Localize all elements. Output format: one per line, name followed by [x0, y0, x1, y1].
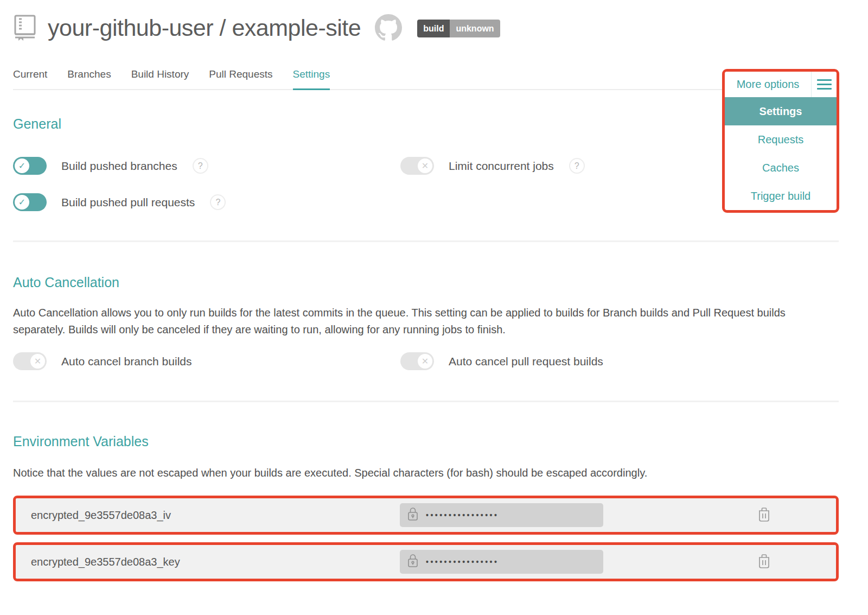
cross-icon: ✕	[418, 158, 432, 173]
general-section-title: General	[13, 116, 839, 132]
masked-value: ••••••••••••••••	[426, 511, 499, 519]
auto-cancel-pull-request-builds-toggle[interactable]: ✕	[400, 352, 434, 370]
toggle-row-auto-cancel-branch: ✕ Auto cancel branch builds	[13, 352, 400, 370]
toggle-row-auto-cancel-pr: ✕ Auto cancel pull request builds	[400, 352, 839, 370]
menu-item-trigger-build[interactable]: Trigger build	[725, 182, 837, 210]
check-icon: ✓	[15, 195, 29, 210]
repo-tabbar: Current Branches Build History Pull Requ…	[13, 68, 839, 90]
env-vars-section-title: Environment Variables	[13, 434, 839, 449]
tab-settings[interactable]: Settings	[293, 68, 330, 90]
toggle-row-build-prs: ✓ Build pushed pull requests ?	[13, 193, 400, 211]
toggle-label: Build pushed branches	[61, 160, 177, 173]
env-vars-notice: Notice that the values are not escaped w…	[13, 465, 800, 481]
toggle-label: Auto cancel pull request builds	[449, 355, 603, 368]
tab-current[interactable]: Current	[13, 68, 47, 89]
build-pushed-branches-toggle[interactable]: ✓	[13, 157, 47, 175]
build-pushed-pull-requests-toggle[interactable]: ✓	[13, 193, 47, 211]
check-icon: ✓	[15, 158, 29, 173]
page-title: your-github-user / example-site	[48, 15, 361, 41]
toggle-row-build-branches: ✓ Build pushed branches ?	[13, 157, 400, 175]
help-icon[interactable]: ?	[569, 158, 585, 174]
menu-item-settings[interactable]: Settings	[725, 97, 837, 125]
masked-value: ••••••••••••••••	[426, 557, 499, 566]
auto-cancel-branch-builds-toggle[interactable]: ✕	[13, 352, 47, 370]
general-toggle-grid: ✓ Build pushed branches ? ✕ Limit concur…	[13, 157, 839, 211]
env-var-row-highlight: encrypted_9e3557de08a3_iv ••••••••••••••…	[13, 496, 839, 535]
repo-book-icon	[13, 14, 37, 43]
help-icon[interactable]: ?	[210, 194, 226, 210]
hamburger-icon[interactable]	[812, 72, 837, 97]
env-var-value-field: ••••••••••••••••	[400, 503, 603, 527]
github-icon[interactable]	[375, 14, 402, 43]
more-options-button[interactable]: More options	[725, 72, 811, 97]
section-divider	[13, 401, 839, 402]
menu-item-caches[interactable]: Caches	[725, 154, 837, 182]
env-var-value-field: ••••••••••••••••	[400, 550, 603, 574]
toggle-label: Auto cancel branch builds	[61, 355, 192, 368]
trash-icon	[757, 553, 771, 571]
toggle-label: Limit concurrent jobs	[449, 160, 554, 173]
lock-icon	[407, 506, 419, 524]
tab-branches[interactable]: Branches	[67, 68, 111, 89]
trash-icon	[757, 506, 771, 524]
delete-env-var-button[interactable]	[757, 553, 771, 571]
env-var-row-highlight: encrypted_9e3557de08a3_key •••••••••••••…	[13, 542, 839, 581]
env-var-name: encrypted_9e3557de08a3_key	[31, 556, 400, 568]
menu-item-requests[interactable]: Requests	[725, 125, 837, 154]
toggle-label: Build pushed pull requests	[61, 196, 195, 209]
auto-cancellation-section-title: Auto Cancellation	[13, 275, 839, 290]
build-status-badge: build unknown	[417, 20, 500, 37]
cross-icon: ✕	[418, 354, 432, 369]
section-divider	[13, 240, 839, 242]
badge-status-value: unknown	[450, 20, 500, 37]
env-var-row: encrypted_9e3557de08a3_key •••••••••••••…	[16, 545, 836, 579]
tab-build-history[interactable]: Build History	[131, 68, 189, 89]
page-header: your-github-user / example-site build un…	[13, 0, 839, 46]
env-var-name: encrypted_9e3557de08a3_iv	[31, 509, 400, 522]
tab-pull-requests[interactable]: Pull Requests	[209, 68, 272, 89]
more-options-dropdown: More options Settings Requests Caches Tr…	[722, 69, 839, 213]
auto-cancellation-toggle-grid: ✕ Auto cancel branch builds ✕ Auto cance…	[13, 352, 839, 370]
lock-icon	[407, 553, 419, 570]
delete-env-var-button[interactable]	[757, 506, 771, 524]
auto-cancellation-description: Auto Cancellation allows you to only run…	[13, 305, 800, 338]
help-icon[interactable]: ?	[193, 158, 208, 174]
limit-concurrent-jobs-toggle[interactable]: ✕	[400, 157, 434, 175]
cross-icon: ✕	[30, 354, 45, 369]
more-options-header: More options	[725, 72, 837, 97]
badge-build-label: build	[417, 20, 450, 37]
env-var-row: encrypted_9e3557de08a3_iv ••••••••••••••…	[16, 498, 836, 532]
